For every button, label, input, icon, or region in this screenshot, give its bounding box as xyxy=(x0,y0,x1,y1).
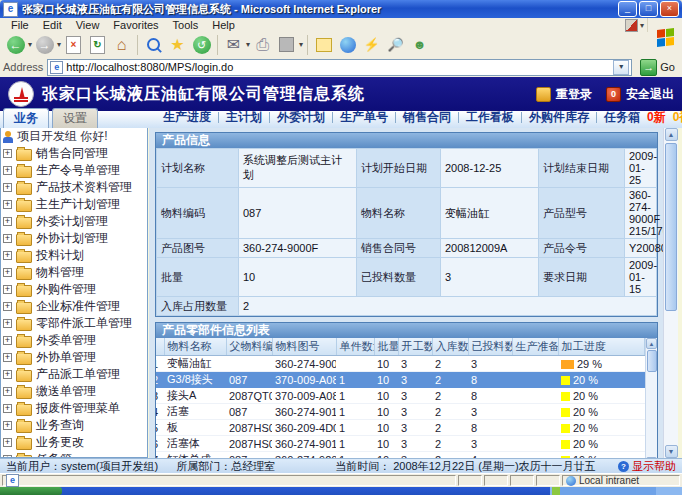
expand-icon[interactable]: + xyxy=(3,387,12,396)
show-help-link[interactable]: ? 显示帮助 xyxy=(618,459,676,474)
home-button[interactable]: ⌂ xyxy=(110,34,133,56)
nav-item-3[interactable]: 生产单号 xyxy=(340,109,388,126)
main-scroll-thumb[interactable] xyxy=(665,143,677,311)
sidebar-item[interactable]: +物料管理 xyxy=(1,264,147,281)
sidebar-item[interactable]: +业务查询 xyxy=(1,417,147,434)
sidebar-item[interactable]: +销售合同管理 xyxy=(1,145,147,162)
nav-item-4[interactable]: 销售合同 xyxy=(403,109,451,126)
table-row[interactable]: 4活塞087360-274-9010F11032320 % xyxy=(156,404,645,420)
menu-view[interactable]: View xyxy=(69,19,107,31)
menu-edit[interactable]: Edit xyxy=(36,19,69,31)
expand-icon[interactable]: + xyxy=(3,285,12,294)
expand-icon[interactable]: + xyxy=(3,234,12,243)
sidebar-item[interactable]: +任务箱 xyxy=(1,451,147,458)
expand-icon[interactable]: + xyxy=(3,370,12,379)
nav-item-2[interactable]: 外委计划 xyxy=(277,109,325,126)
buddies-button[interactable]: ☻ xyxy=(408,34,431,56)
messenger-button[interactable] xyxy=(336,34,359,56)
column-header[interactable]: 批量 xyxy=(374,338,398,356)
relogin-button[interactable]: 重登录 xyxy=(536,86,592,103)
menu-tools[interactable]: Tools xyxy=(166,19,206,31)
table-row[interactable]: 1变幅油缸360-274-9000F1032329 % xyxy=(156,356,645,372)
column-header[interactable]: 单件数量 xyxy=(336,338,374,356)
main-vertical-scrollbar[interactable]: ▲ ▼ xyxy=(663,128,678,458)
expand-icon[interactable]: + xyxy=(3,251,12,260)
column-header[interactable]: 物料名称 xyxy=(164,338,226,356)
address-input[interactable]: e http://localhost:8080/MPS/login.do ▾ xyxy=(47,59,632,76)
column-header[interactable]: 父物料编码 xyxy=(226,338,272,356)
sidebar-item[interactable]: +外协单管理 xyxy=(1,349,147,366)
column-header[interactable]: 入库数 xyxy=(432,338,468,356)
msn-button[interactable]: ⚡ xyxy=(360,34,383,56)
sidebar-item[interactable]: +外协计划管理 xyxy=(1,230,147,247)
menu-file[interactable]: File xyxy=(4,19,36,31)
maximize-button[interactable]: □ xyxy=(639,1,658,17)
go-button[interactable]: → Go xyxy=(636,59,679,76)
nav-item-1[interactable]: 主计划 xyxy=(226,109,262,126)
print-button[interactable]: ⎙ xyxy=(251,34,274,56)
logout-button[interactable]: 0 安全退出 xyxy=(606,86,674,103)
sidebar-item[interactable]: +外委计划管理 xyxy=(1,213,147,230)
close-button[interactable]: × xyxy=(660,1,679,17)
sidebar-item[interactable]: +产品派工单管理 xyxy=(1,366,147,383)
expand-icon[interactable]: + xyxy=(3,183,12,192)
scroll-thumb[interactable] xyxy=(647,350,657,372)
sidebar-item[interactable]: +产品技术资料管理 xyxy=(1,179,147,196)
menu-help[interactable]: Help xyxy=(205,19,242,31)
column-header[interactable]: 开工数 xyxy=(398,338,432,356)
sidebar-item[interactable]: +外购件管理 xyxy=(1,281,147,298)
refresh-button[interactable]: ↻ xyxy=(86,34,109,56)
expand-icon[interactable]: + xyxy=(3,217,12,226)
sidebar-item[interactable]: +主生产计划管理 xyxy=(1,196,147,213)
start-button[interactable] xyxy=(0,487,62,495)
stop-button[interactable]: × xyxy=(62,34,85,56)
column-header[interactable]: 物料图号 xyxy=(272,338,336,356)
addon-icon[interactable] xyxy=(625,19,638,32)
address-dropdown[interactable]: ▾ xyxy=(613,60,629,75)
nav-item-6[interactable]: 外购件库存 xyxy=(529,109,589,126)
nav-item-5[interactable]: 工作看板 xyxy=(466,109,514,126)
expand-icon[interactable]: + xyxy=(3,319,12,328)
column-header[interactable]: 加工进度 xyxy=(558,338,645,356)
tab-business[interactable]: 业务 xyxy=(3,108,49,128)
expand-icon[interactable]: + xyxy=(3,421,12,430)
column-header[interactable]: 生产准备 xyxy=(512,338,558,356)
table-row[interactable]: 6活塞体2087HS002360-274-9011W11032320 % xyxy=(156,436,645,452)
favorites-button[interactable]: ★ xyxy=(166,34,189,56)
expand-icon[interactable]: + xyxy=(3,268,12,277)
sidebar-item[interactable]: +业务更改 xyxy=(1,434,147,451)
expand-icon[interactable]: + xyxy=(3,404,12,413)
scroll-down-icon[interactable]: ▼ xyxy=(665,445,678,458)
forward-dropdown-icon[interactable]: ▾ xyxy=(57,40,61,49)
expand-icon[interactable]: + xyxy=(3,149,12,158)
sidebar-item[interactable]: +零部件派工单管理 xyxy=(1,315,147,332)
back-button[interactable]: ← xyxy=(4,34,27,56)
minimize-button[interactable]: _ xyxy=(618,1,637,17)
nav-item-7[interactable]: 任务箱 xyxy=(604,109,640,126)
scroll-up-icon[interactable]: ▲ xyxy=(646,338,657,349)
column-header[interactable]: 已投料数 xyxy=(468,338,512,356)
sidebar-item[interactable]: +生产令号单管理 xyxy=(1,162,147,179)
forward-button[interactable]: → xyxy=(33,34,56,56)
expand-icon[interactable]: + xyxy=(3,166,12,175)
nav-item-0[interactable]: 生产进度 xyxy=(163,109,211,126)
sidebar-item[interactable]: +投料计划 xyxy=(1,247,147,264)
history-button[interactable]: ↺ xyxy=(190,34,213,56)
search-button[interactable] xyxy=(142,34,165,56)
expand-icon[interactable]: + xyxy=(3,353,12,362)
table-row[interactable]: 2G3/8接头087370-009-A084011032820 % xyxy=(156,372,645,388)
back-dropdown-icon[interactable]: ▾ xyxy=(28,40,32,49)
mail-dropdown-icon[interactable]: ▾ xyxy=(246,40,250,49)
menu-favorites[interactable]: Favorites xyxy=(106,19,165,31)
tab-settings[interactable]: 设置 xyxy=(52,108,98,128)
addon-dropdown-icon[interactable]: ▾ xyxy=(640,21,644,30)
sidebar-item[interactable]: +缴送单管理 xyxy=(1,383,147,400)
scroll-up-icon[interactable]: ▲ xyxy=(665,128,678,141)
sidebar-item[interactable]: +企业标准件管理 xyxy=(1,298,147,315)
sidebar-item[interactable]: +外委单管理 xyxy=(1,332,147,349)
edit-button[interactable] xyxy=(275,34,298,56)
discuss-button[interactable] xyxy=(312,34,335,56)
mail-button[interactable]: ✉ xyxy=(222,34,245,56)
expand-icon[interactable]: + xyxy=(3,438,12,447)
expand-icon[interactable]: + xyxy=(3,200,12,209)
